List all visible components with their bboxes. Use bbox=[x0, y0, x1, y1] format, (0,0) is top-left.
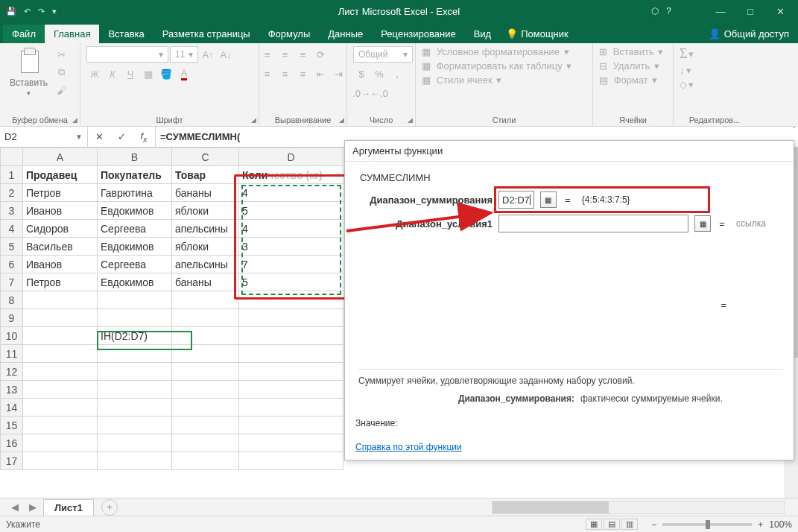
cell[interactable]: апельсины bbox=[172, 256, 239, 273]
cell[interactable]: бананы bbox=[172, 184, 239, 202]
tab-insert[interactable]: Вставка bbox=[99, 25, 153, 43]
row-header[interactable]: 4 bbox=[1, 220, 23, 238]
cell[interactable] bbox=[98, 291, 172, 309]
cell[interactable]: 5 bbox=[239, 273, 343, 291]
align-left-icon[interactable]: ≡ bbox=[259, 66, 276, 82]
sheet-nav-next-icon[interactable]: ▶ bbox=[25, 501, 40, 513]
row-header[interactable]: 11 bbox=[1, 345, 23, 363]
cell[interactable] bbox=[172, 399, 239, 417]
arg1-ref-button[interactable]: ▦ bbox=[540, 191, 557, 208]
collapse-ribbon-icon[interactable]: ˇ bbox=[793, 127, 795, 135]
cell[interactable]: Продавец bbox=[23, 166, 98, 184]
cell[interactable] bbox=[239, 381, 343, 399]
font-color-icon[interactable]: A bbox=[176, 66, 192, 82]
align-bottom-icon[interactable]: ≡ bbox=[295, 46, 311, 63]
cell[interactable] bbox=[239, 399, 343, 417]
fx-icon[interactable]: fx bbox=[133, 130, 155, 144]
row-header[interactable]: 15 bbox=[1, 417, 23, 434]
row-header[interactable]: 9 bbox=[1, 309, 23, 327]
tell-me[interactable]: 💡Помощник bbox=[500, 25, 574, 43]
cell[interactable]: Сергеева bbox=[98, 220, 172, 238]
increase-decimal-icon[interactable]: .0→ bbox=[353, 85, 370, 101]
cell[interactable]: 4 bbox=[239, 184, 343, 202]
cell[interactable]: Количество (кг) bbox=[239, 166, 343, 184]
cell[interactable] bbox=[23, 434, 98, 452]
view-normal-icon[interactable]: ▦ bbox=[586, 519, 602, 530]
col-header-B[interactable]: B bbox=[98, 148, 172, 166]
borders-icon[interactable]: ▦ bbox=[140, 66, 156, 82]
bold-button[interactable]: Ж bbox=[86, 66, 103, 82]
zoom-value[interactable]: 100% bbox=[769, 519, 792, 530]
arg2-ref-button[interactable]: ▦ bbox=[694, 215, 711, 232]
paste-button[interactable]: Вставить ▾ bbox=[10, 46, 48, 97]
cell[interactable]: Сидоров bbox=[23, 220, 98, 238]
row-header[interactable]: 8 bbox=[1, 291, 23, 309]
close-button[interactable]: ✕ bbox=[765, 0, 795, 22]
tab-file[interactable]: Файл bbox=[3, 25, 45, 43]
tab-home[interactable]: Главная bbox=[45, 25, 99, 43]
fill-color-icon[interactable]: 🪣 bbox=[158, 66, 174, 82]
select-all[interactable] bbox=[1, 148, 23, 166]
new-sheet-button[interactable]: + bbox=[101, 499, 118, 516]
cell[interactable] bbox=[172, 309, 239, 327]
format-as-table-button[interactable]: ▦ Форматировать как таблицу ▾ bbox=[422, 60, 571, 72]
cell[interactable] bbox=[23, 363, 98, 381]
cell[interactable] bbox=[23, 327, 98, 345]
cell[interactable] bbox=[239, 434, 343, 452]
clear-icon[interactable]: ◇ bbox=[680, 79, 687, 90]
tab-review[interactable]: Рецензирование bbox=[372, 25, 464, 43]
format-cells-button[interactable]: ▤ Формат ▾ bbox=[599, 75, 657, 86]
cell[interactable] bbox=[23, 452, 98, 470]
save-icon[interactable]: 💾 bbox=[6, 7, 16, 16]
cell[interactable] bbox=[172, 434, 239, 452]
row-header[interactable]: 2 bbox=[1, 184, 23, 202]
view-pagelayout-icon[interactable]: ▤ bbox=[604, 519, 620, 530]
orientation-icon[interactable]: ⟳ bbox=[313, 46, 329, 63]
cell[interactable]: Иванов bbox=[23, 256, 98, 273]
cell[interactable]: яблоки bbox=[172, 202, 239, 220]
qat-customize-icon[interactable]: ▾ bbox=[52, 7, 57, 16]
col-header-C[interactable]: C bbox=[172, 148, 239, 166]
cell[interactable] bbox=[172, 291, 239, 309]
align-middle-icon[interactable]: ≡ bbox=[277, 46, 294, 63]
cell[interactable] bbox=[98, 452, 172, 470]
percent-icon[interactable]: % bbox=[371, 66, 387, 82]
cell[interactable]: 3 bbox=[239, 238, 343, 256]
cell[interactable]: Гаврютина bbox=[98, 184, 172, 202]
cell[interactable]: Васильев bbox=[23, 238, 98, 256]
cell[interactable] bbox=[239, 452, 343, 470]
horizontal-scrollbar[interactable] bbox=[492, 501, 785, 514]
share-button[interactable]: 👤Общий доступ bbox=[700, 25, 798, 43]
cell[interactable]: Иванов bbox=[23, 202, 98, 220]
cell[interactable] bbox=[23, 399, 98, 417]
delete-cells-button[interactable]: ⊟ Удалить ▾ bbox=[599, 60, 659, 72]
cancel-formula-icon[interactable]: ✕ bbox=[88, 131, 110, 142]
row-header[interactable]: 16 bbox=[1, 434, 23, 452]
cell[interactable] bbox=[172, 363, 239, 381]
cell[interactable] bbox=[98, 417, 172, 434]
align-top-icon[interactable]: ≡ bbox=[259, 46, 276, 63]
decrease-font-icon[interactable]: A↓ bbox=[218, 46, 234, 63]
cell[interactable]: 7 bbox=[239, 256, 343, 273]
cell[interactable] bbox=[172, 452, 239, 470]
cell-styles-button[interactable]: ▦ Стили ячеек ▾ bbox=[422, 75, 501, 86]
cell[interactable]: Товар bbox=[172, 166, 239, 184]
cell[interactable] bbox=[98, 381, 172, 399]
cell[interactable]: ІН(D2:D7) bbox=[98, 327, 172, 345]
name-box[interactable]: D2 ▼ bbox=[0, 127, 88, 147]
increase-font-icon[interactable]: A↑ bbox=[200, 46, 216, 63]
align-right-icon[interactable]: ≡ bbox=[295, 66, 311, 82]
cell[interactable]: яблоки bbox=[172, 238, 239, 256]
arg1-input[interactable]: D2:D7 bbox=[498, 191, 534, 209]
cell[interactable] bbox=[172, 381, 239, 399]
zoom-in-icon[interactable]: + bbox=[758, 519, 763, 530]
row-header[interactable]: 6 bbox=[1, 256, 23, 273]
undo-icon[interactable]: ↶ bbox=[24, 7, 31, 16]
row-header[interactable]: 17 bbox=[1, 452, 23, 470]
sheet-nav-prev-icon[interactable]: ◀ bbox=[7, 501, 22, 513]
clipboard-launcher-icon[interactable]: ◢ bbox=[72, 116, 77, 124]
cell[interactable]: Сергеева bbox=[98, 256, 172, 273]
zoom-out-icon[interactable]: − bbox=[651, 519, 656, 530]
row-header[interactable]: 12 bbox=[1, 363, 23, 381]
font-combo[interactable]: ▾ bbox=[86, 46, 168, 63]
